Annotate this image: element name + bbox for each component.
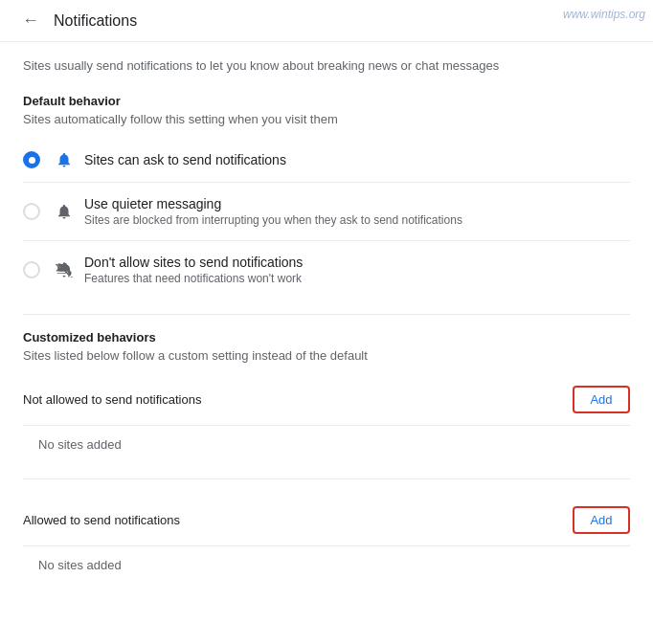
option-sublabel-quiet: Sites are blocked from interrupting you … [84, 213, 462, 227]
header: ← Notifications [0, 0, 653, 42]
radio-option-block[interactable]: Don't allow sites to send notifications … [23, 241, 630, 299]
not-allowed-row: Not allowed to send notifications Add [23, 374, 630, 426]
radio-option-ask[interactable]: Sites can ask to send notifications [23, 138, 630, 183]
default-behavior-title: Default behavior [23, 94, 630, 108]
option-text-ask: Sites can ask to send notifications [84, 152, 286, 167]
radio-option-quiet[interactable]: Use quieter messaging Sites are blocked … [23, 183, 630, 241]
option-label-ask: Sites can ask to send notifications [84, 152, 286, 167]
option-sublabel-block: Features that need notifications won't w… [84, 272, 303, 285]
radio-circle-quiet [23, 203, 40, 220]
customized-behaviors-subtitle: Sites listed below follow a custom setti… [23, 348, 630, 363]
default-behavior-subtitle: Sites automatically follow this setting … [23, 112, 630, 126]
radio-circle-ask [23, 151, 40, 168]
allowed-empty: No sites added [23, 546, 630, 584]
page-description: Sites usually send notifications to let … [23, 57, 630, 75]
allowed-row: Allowed to send notifications Add [23, 495, 630, 546]
customized-behaviors-title: Customized behaviors [23, 330, 630, 344]
page-wrapper: www.wintips.org ← Notifications Sites us… [0, 0, 653, 644]
bell-icon-ask [56, 151, 73, 168]
allowed-label: Allowed to send notifications [23, 513, 180, 527]
bell-icon-quiet [56, 203, 73, 220]
divider [23, 314, 630, 315]
bell-icon-block-x [56, 261, 73, 278]
back-button[interactable]: ← [15, 6, 46, 36]
watermark: www.wintips.org [563, 8, 645, 21]
content-area: Sites usually send notifications to let … [0, 42, 653, 599]
option-label-block: Don't allow sites to send notifications [84, 255, 303, 270]
page-title: Notifications [54, 12, 137, 30]
not-allowed-add-button[interactable]: Add [573, 386, 630, 413]
customized-behaviors-section: Customized behaviors Sites listed below … [23, 330, 630, 584]
option-text-quiet: Use quieter messaging Sites are blocked … [84, 196, 462, 227]
radio-group: Sites can ask to send notifications Use … [23, 138, 630, 299]
radio-circle-block [23, 261, 40, 278]
not-allowed-label: Not allowed to send notifications [23, 392, 201, 407]
option-label-quiet: Use quieter messaging [84, 196, 462, 211]
allowed-add-button[interactable]: Add [573, 506, 630, 534]
divider-2 [23, 478, 630, 479]
not-allowed-empty: No sites added [23, 426, 630, 463]
option-text-block: Don't allow sites to send notifications … [84, 255, 303, 285]
